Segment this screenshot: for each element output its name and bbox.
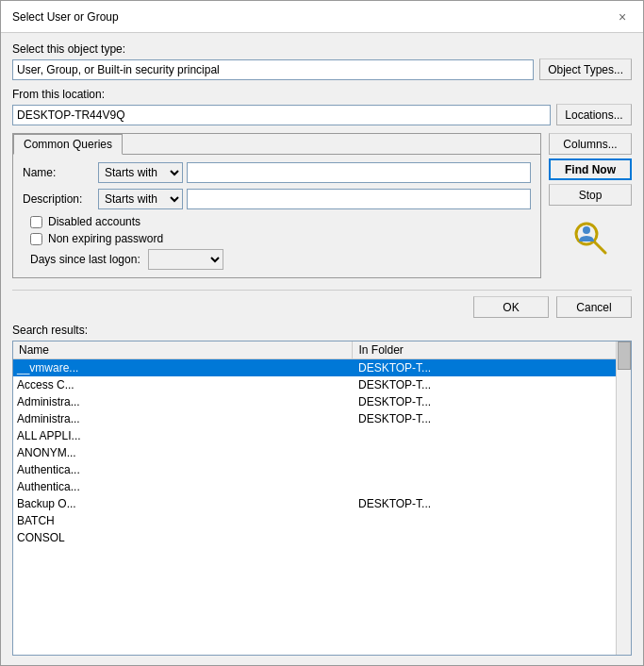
cell-name: __vmware... — [13, 359, 353, 377]
table-row[interactable]: Authentica... — [13, 478, 631, 495]
tab-section: Common Queries Name: Starts with Is — [12, 133, 541, 278]
cell-folder — [353, 461, 631, 478]
locations-button[interactable]: Locations... — [556, 104, 632, 125]
description-label: Description: — [23, 192, 98, 206]
cell-name: Administra... — [13, 410, 353, 427]
description-query-row: Description: Starts with Is — [23, 189, 531, 209]
disabled-accounts-row: Disabled accounts — [23, 215, 531, 228]
results-table: Name In Folder __vmware...DESKTOP-T...Ac… — [13, 341, 631, 546]
name-query-input[interactable] — [187, 162, 531, 183]
object-type-input[interactable] — [12, 59, 534, 80]
name-filter-select[interactable]: Starts with Is — [98, 162, 183, 183]
location-input[interactable] — [12, 105, 551, 125]
location-group: From this location: Locations... — [12, 88, 632, 125]
days-row: Days since last logon: — [23, 249, 531, 270]
cancel-button[interactable]: Cancel — [556, 296, 632, 318]
disabled-accounts-checkbox[interactable] — [30, 216, 42, 228]
name-query-row: Name: Starts with Is — [23, 162, 531, 183]
close-button[interactable]: × — [613, 8, 632, 26]
table-row[interactable]: ANONYM... — [13, 444, 631, 461]
cell-name: Authentica... — [13, 478, 353, 495]
non-expiring-checkbox[interactable] — [30, 233, 42, 245]
col-folder: In Folder — [353, 341, 631, 359]
non-expiring-row: Non expiring password — [23, 232, 531, 245]
description-filter-select[interactable]: Starts with Is — [98, 189, 183, 209]
search-decoration-icon — [570, 217, 611, 258]
tab-header: Common Queries — [13, 134, 540, 155]
object-types-button[interactable]: Object Types... — [539, 58, 632, 80]
cell-name: BATCH — [13, 512, 353, 529]
cell-folder — [353, 512, 631, 529]
scrollbar-thumb[interactable] — [618, 341, 631, 370]
cell-folder: DESKTOP-T... — [353, 495, 631, 512]
table-row[interactable]: Administra...DESKTOP-T... — [13, 410, 631, 427]
table-row[interactable]: Authentica... — [13, 461, 631, 478]
search-results-label: Search results: — [12, 324, 632, 337]
cell-name: CONSOL — [13, 529, 353, 546]
cell-name: Access C... — [13, 376, 353, 393]
table-row[interactable]: ALL APPLI... — [13, 427, 631, 444]
table-row[interactable]: BATCH — [13, 512, 631, 529]
cell-folder — [353, 478, 631, 495]
search-icon-area — [549, 217, 632, 258]
cell-name: Backup O... — [13, 495, 353, 512]
table-row[interactable]: Backup O...DESKTOP-T... — [13, 495, 631, 512]
cell-name: Authentica... — [13, 461, 353, 478]
columns-button[interactable]: Columns... — [549, 133, 632, 155]
cell-folder: DESKTOP-T... — [353, 376, 631, 393]
object-type-label: Select this object type: — [12, 42, 632, 56]
dialog-body: Select this object type: Object Types...… — [1, 33, 643, 665]
cell-name: ALL APPLI... — [13, 427, 353, 444]
results-container: Search results: Name In Folder __vmware.… — [12, 324, 632, 656]
non-expiring-label: Non expiring password — [48, 232, 163, 245]
cell-folder — [353, 444, 631, 461]
location-row: Locations... — [12, 104, 632, 125]
scrollbar-track[interactable] — [616, 341, 631, 655]
svg-point-2 — [583, 226, 590, 234]
select-user-group-dialog: Select User or Group × Select this objec… — [0, 0, 644, 666]
name-label: Name: — [23, 166, 98, 179]
svg-line-1 — [594, 241, 605, 253]
cell-name: Administra... — [13, 393, 353, 410]
dialog-title: Select User or Group — [12, 10, 119, 24]
cell-folder: DESKTOP-T... — [353, 359, 631, 377]
results-table-header: Name In Folder — [13, 341, 631, 359]
results-tbody: __vmware...DESKTOP-T...Access C...DESKTO… — [13, 359, 631, 547]
table-row[interactable]: __vmware...DESKTOP-T... — [13, 359, 631, 377]
disabled-accounts-label: Disabled accounts — [48, 215, 140, 228]
cell-folder: DESKTOP-T... — [353, 410, 631, 427]
location-label: From this location: — [12, 88, 632, 101]
title-bar: Select User or Group × — [1, 1, 643, 33]
days-select[interactable] — [148, 249, 223, 270]
object-type-row: Object Types... — [12, 58, 632, 80]
ok-button[interactable]: OK — [473, 296, 549, 318]
table-row[interactable]: Access C...DESKTOP-T... — [13, 376, 631, 393]
table-row[interactable]: Administra...DESKTOP-T... — [13, 393, 631, 410]
cell-folder: DESKTOP-T... — [353, 393, 631, 410]
stop-button[interactable]: Stop — [549, 184, 632, 206]
action-panel: Columns... Find Now Stop — [549, 133, 632, 286]
find-now-button[interactable]: Find Now — [549, 158, 632, 180]
cell-folder — [353, 427, 631, 444]
results-table-wrapper[interactable]: Name In Folder __vmware...DESKTOP-T...Ac… — [12, 341, 632, 656]
tab-common-queries[interactable]: Common Queries — [13, 134, 123, 155]
object-type-group: Select this object type: Object Types... — [12, 42, 632, 80]
main-panel: Common Queries Name: Starts with Is — [12, 133, 632, 286]
query-panel: Common Queries Name: Starts with Is — [12, 133, 541, 286]
col-name: Name — [13, 341, 353, 359]
days-label: Days since last logon: — [30, 253, 140, 266]
tab-content: Name: Starts with Is Description: Start — [13, 155, 540, 277]
cell-folder — [353, 529, 631, 546]
table-row[interactable]: CONSOL — [13, 529, 631, 546]
cell-name: ANONYM... — [13, 444, 353, 461]
footer-buttons: OK Cancel — [12, 290, 632, 324]
description-query-input[interactable] — [187, 189, 531, 209]
